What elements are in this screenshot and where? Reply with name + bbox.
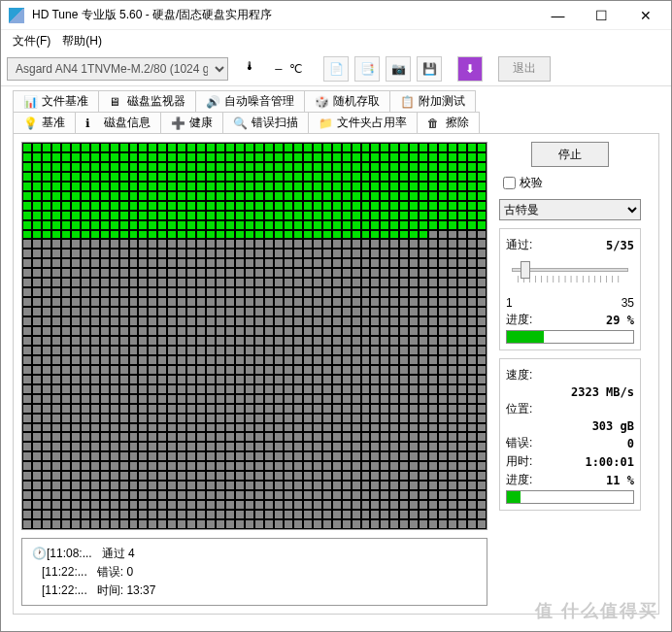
log-line-2-text: 错误: 0 [97,565,133,579]
tab-icon: 🗑 [427,116,441,130]
log-line-3-text: 时间: 13:37 [97,583,156,597]
time-label: 用时: [506,453,532,470]
menu-help[interactable]: 帮助(H) [56,31,108,51]
progress1-bar [506,330,634,344]
pass-panel: 通过: 5/35 |||||||||||||||||| 1 35 进度: 29 … [499,228,641,350]
tab-icon: ℹ [85,116,99,130]
tab-label: 文件基准 [42,93,88,110]
toolbar: Asgard AN4 1TNVMe-M.2/80 (1024 gB) 🌡 — ℃… [1,51,671,86]
menubar: 文件(F) 帮助(H) [1,30,671,51]
side-panel: 停止 校验 古特曼 通过: 5/35 |||||||||||||||||| 1 … [499,142,641,606]
pass-label: 通过: [506,237,532,253]
tab-label: 错误扫描 [252,115,298,131]
tab-label: 磁盘监视器 [127,93,185,110]
progress2-label: 进度: [506,472,532,488]
clock-icon: 🕐 [32,547,47,560]
tab-label: 磁盘信息 [104,115,151,131]
titlebar: HD Tune 专业版 5.60 - 硬盘/固态硬盘实用程序 — ☐ ✕ [1,1,671,30]
tab-基准[interactable]: 💡基准 [13,112,76,133]
copy-text-button[interactable]: 📄 [323,56,349,82]
screenshot-button[interactable]: 📷 [386,56,411,82]
log-line-1-text: 通过 4 [102,547,135,560]
temperature-value: — ℃ [269,62,308,76]
progress2-value: 11 % [606,474,634,487]
tab-icon: 📊 [23,95,37,109]
tab-icon: 📁 [319,116,332,130]
speed-value: 2323 MB/s [571,385,634,399]
tab-label: 基准 [42,115,65,131]
progress2-bar [506,490,634,504]
close-button[interactable]: ✕ [623,2,667,29]
verify-checkbox[interactable] [503,177,516,189]
minimize-button[interactable]: — [536,2,580,29]
errors-value: 0 [627,437,634,450]
tab-icon: 🖥 [109,95,122,109]
log-box[interactable]: 🕐[11:08:... 通过 4 [11:22:... 错误: 0 [11:22… [21,538,487,606]
maximize-button[interactable]: ☐ [580,2,623,29]
tab-label: 随机存取 [333,93,380,110]
slider-max: 35 [622,296,634,310]
errors-label: 错误: [506,435,532,451]
time-value: 1:00:01 [585,455,634,469]
tab-擦除[interactable]: 🗑擦除 [417,112,480,133]
slider-min: 1 [506,296,513,310]
position-value: 303 gB [592,419,634,433]
tab-附加测试[interactable]: 📋附加测试 [389,90,476,112]
tab-label: 自动噪音管理 [224,93,294,110]
tab-label: 健康 [189,115,213,131]
tab-icon: 🔊 [206,95,219,109]
tab-文件基准[interactable]: 📊文件基准 [13,90,99,112]
erase-block-map [21,142,487,530]
tab-icon: 📋 [400,95,414,109]
tab-icon: 💡 [23,116,37,130]
tab-content-erase: 🕐[11:08:... 通过 4 [11:22:... 错误: 0 [11:22… [13,133,659,615]
log-line-1-time: [11:08:... [47,547,92,560]
stop-button[interactable]: 停止 [531,142,609,167]
tab-随机存取[interactable]: 🎲随机存取 [304,90,390,112]
pass-value: 5/35 [606,239,634,252]
progress1-label: 进度: [506,312,532,328]
app-logo-icon [9,8,24,23]
tab-icon: ➕ [171,116,185,130]
tabs: 📊文件基准🖥磁盘监视器🔊自动噪音管理🎲随机存取📋附加测试 💡基准ℹ磁盘信息➕健康… [13,90,659,133]
tab-label: 擦除 [446,115,469,131]
options-button[interactable]: ⬇ [457,56,483,82]
tab-磁盘监视器[interactable]: 🖥磁盘监视器 [98,90,196,112]
save-button[interactable]: 💾 [417,56,442,82]
tab-label: 文件夹占用率 [337,115,407,131]
tab-label: 附加测试 [419,93,465,110]
tab-健康[interactable]: ➕健康 [160,112,223,133]
position-label: 位置: [506,401,532,417]
verify-checkbox-label[interactable]: 校验 [499,175,641,191]
copy-data-button[interactable]: 📑 [354,56,380,82]
pass-slider[interactable]: |||||||||||||||||| [506,255,634,294]
method-select[interactable]: 古特曼 [499,199,641,220]
tab-错误扫描[interactable]: 🔍错误扫描 [222,112,309,133]
menu-file[interactable]: 文件(F) [7,31,56,51]
device-select[interactable]: Asgard AN4 1TNVMe-M.2/80 (1024 gB) [7,57,228,81]
tab-自动噪音管理[interactable]: 🔊自动噪音管理 [195,90,305,112]
exit-button[interactable]: 退出 [498,56,551,82]
tab-磁盘信息[interactable]: ℹ磁盘信息 [75,112,161,133]
tab-文件夹占用率[interactable]: 📁文件夹占用率 [308,112,418,133]
progress1-value: 29 % [606,314,634,327]
log-line-3-time: [11:22:... [42,583,87,597]
status-panel: 速度: 2323 MB/s 位置: 303 gB 错误:0 用时:1:00:01… [499,358,641,511]
tab-icon: 🔍 [233,116,247,130]
speed-label: 速度: [506,367,532,383]
window-title: HD Tune 专业版 5.60 - 硬盘/固态硬盘实用程序 [32,7,536,23]
thermometer-icon: 🌡 [244,59,263,79]
tab-icon: 🎲 [315,95,328,109]
verify-label: 校验 [520,175,543,191]
log-line-2-time: [11:22:... [42,565,87,579]
